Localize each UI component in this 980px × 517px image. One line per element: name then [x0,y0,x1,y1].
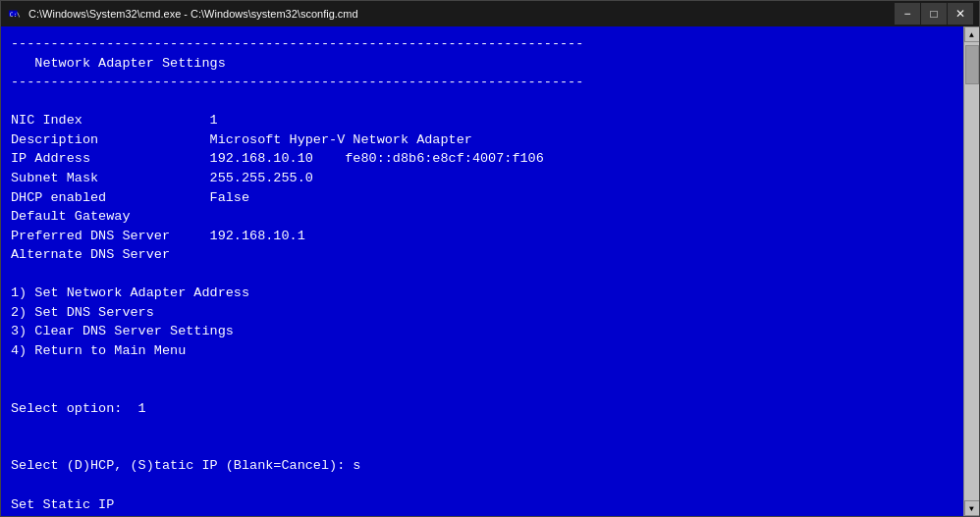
window-controls: − □ ✕ [895,3,973,25]
cmd-window: C:\ C:\Windows\System32\cmd.exe - C:\Win… [0,0,980,517]
close-button[interactable]: ✕ [948,3,973,25]
scroll-down-button[interactable]: ▼ [964,500,980,516]
terminal-output[interactable]: ----------------------------------------… [1,26,963,516]
scroll-up-button[interactable]: ▲ [964,26,980,42]
cmd-icon: C:\ [7,6,23,22]
window-title: C:\Windows\System32\cmd.exe - C:\Windows… [28,8,895,20]
scrollbar-track[interactable] [964,42,979,500]
title-bar: C:\ C:\Windows\System32\cmd.exe - C:\Win… [1,1,979,26]
svg-text:C:\: C:\ [10,11,21,18]
restore-button[interactable]: □ [921,3,947,25]
content-area: ----------------------------------------… [1,26,979,516]
scrollbar-thumb[interactable] [965,45,979,84]
minimize-button[interactable]: − [895,3,920,25]
scrollbar[interactable]: ▲ ▼ [963,26,979,516]
